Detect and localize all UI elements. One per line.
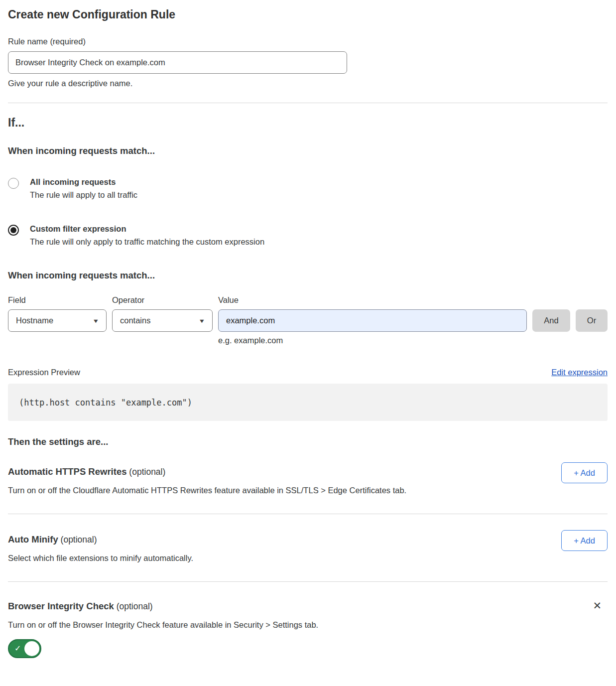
setting-title-text: Auto Minify: [8, 534, 58, 545]
field-select-value: Hostname: [16, 316, 53, 325]
expression-preview-header: Expression Preview Edit expression: [8, 368, 608, 377]
incoming-requests-match-heading: When incoming requests match...: [8, 145, 608, 156]
rule-name-input[interactable]: [8, 51, 347, 74]
operator-label: Operator: [112, 295, 213, 305]
optional-tag: (optional): [114, 601, 153, 611]
create-configuration-rule-form: Create new Configuration Rule Rule name …: [0, 0, 616, 658]
operator-select[interactable]: contains ▼: [112, 309, 213, 332]
value-label: Value: [218, 295, 527, 305]
radio-option-all-incoming-requests[interactable]: All incoming requests The rule will appl…: [8, 177, 608, 200]
radio-unselected-icon[interactable]: [8, 178, 19, 189]
setting-row-auto-minify: Auto Minify (optional) Select which file…: [8, 514, 608, 582]
add-automatic-https-rewrites-button[interactable]: + Add: [561, 462, 608, 483]
radio-option-text: All incoming requests The rule will appl…: [30, 177, 137, 200]
chevron-down-icon: ▼: [198, 318, 205, 324]
radio-option-label: All incoming requests: [30, 177, 137, 187]
operator-select-value: contains: [120, 316, 150, 325]
rule-name-helper: Give your rule a descriptive name.: [8, 79, 608, 88]
rule-name-label: Rule name (required): [8, 37, 608, 46]
value-input[interactable]: [218, 309, 527, 332]
close-icon[interactable]: ✕: [593, 601, 602, 611]
field-select[interactable]: Hostname ▼: [8, 309, 107, 332]
chevron-down-icon: ▼: [92, 318, 99, 324]
page-title: Create new Configuration Rule: [8, 0, 608, 21]
expression-preview-label: Expression Preview: [8, 368, 80, 377]
radio-selected-icon[interactable]: [8, 225, 19, 236]
radio-option-text: Custom filter expression The rule will o…: [30, 224, 264, 247]
optional-tag: (optional): [58, 535, 97, 545]
settings-heading: Then the settings are...: [8, 436, 608, 447]
expression-builder-heading: When incoming requests match...: [8, 270, 608, 281]
radio-option-label: Custom filter expression: [30, 224, 264, 234]
edit-expression-link[interactable]: Edit expression: [551, 368, 608, 377]
section-divider: [8, 103, 608, 103]
setting-row-browser-integrity-check: Browser Integrity Check (optional) ✕ Tur…: [8, 582, 608, 658]
setting-description: Turn on or off the Browser Integrity Che…: [8, 620, 608, 630]
setting-title-text: Automatic HTTPS Rewrites: [8, 466, 127, 477]
setting-title: Automatic HTTPS Rewrites (optional): [8, 447, 608, 477]
radio-option-custom-filter-expression[interactable]: Custom filter expression The rule will o…: [8, 224, 608, 247]
or-button[interactable]: Or: [576, 309, 608, 332]
add-auto-minify-button[interactable]: + Add: [561, 530, 608, 551]
setting-title: Auto Minify (optional): [8, 514, 608, 545]
and-button[interactable]: And: [532, 309, 570, 332]
browser-integrity-check-toggle[interactable]: ✓: [8, 639, 41, 658]
radio-option-description: The rule will apply to all traffic: [30, 190, 137, 200]
radio-option-description: The rule will only apply to traffic matc…: [30, 237, 264, 247]
value-helper: e.g. example.com: [218, 336, 527, 345]
field-label: Field: [8, 295, 107, 305]
setting-description: Turn on or off the Cloudflare Automatic …: [8, 486, 608, 495]
setting-title-text: Browser Integrity Check: [8, 601, 114, 611]
setting-description: Select which file extensions to minify a…: [8, 553, 608, 563]
check-icon: ✓: [14, 644, 21, 653]
if-heading: If...: [8, 116, 608, 130]
toggle-knob: [24, 641, 39, 656]
setting-row-automatic-https-rewrites: Automatic HTTPS Rewrites (optional) Turn…: [8, 447, 608, 514]
expression-builder: Field Operator Value Hostname ▼ contains…: [8, 295, 608, 345]
radio-dot: [10, 227, 16, 233]
expression-preview-code: (http.host contains "example.com"): [8, 384, 608, 421]
optional-tag: (optional): [127, 467, 166, 477]
setting-title: Browser Integrity Check (optional): [8, 582, 608, 612]
